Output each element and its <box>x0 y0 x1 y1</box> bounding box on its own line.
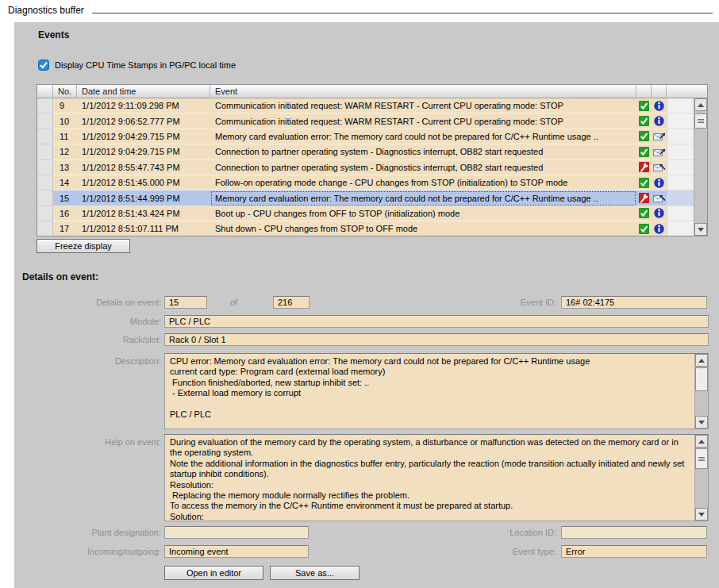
table-row[interactable]: 17 1/1/2012 8:51:07.111 PM Shut down - C… <box>37 221 694 236</box>
table-row[interactable]: 16 1/1/2012 8:51:43.424 PM Boot up - CPU… <box>37 206 694 221</box>
table-row[interactable]: 14 1/1/2012 8:51:45.000 PM Follow-on ope… <box>37 175 694 190</box>
events-table-header: No. Date and time Event <box>37 85 707 98</box>
event-text: Shut down - CPU changes from STOP to OFF… <box>210 221 636 236</box>
row-selector-cell[interactable] <box>37 144 53 159</box>
module-label: Module: <box>25 317 161 326</box>
row-selector-cell[interactable] <box>37 129 53 144</box>
row-selector-cell[interactable] <box>37 190 53 206</box>
scroll-up-button[interactable] <box>695 435 708 448</box>
event-text: Communication initiated request: WARM RE… <box>210 113 636 129</box>
diagnostics-panel: Events Display CPU Time Stamps in PG/PC … <box>14 22 719 588</box>
info-icon <box>652 206 667 221</box>
row-spacer-cell <box>667 98 694 113</box>
row-selector-cell[interactable] <box>37 113 53 129</box>
event-text: Connection to partner operating system -… <box>210 160 636 175</box>
event-datetime: 1/1/2012 8:51:07.111 PM <box>77 221 210 236</box>
freeze-display-button[interactable]: Freeze display <box>37 239 130 253</box>
row-selector-cell[interactable] <box>37 206 53 221</box>
header-selector-col <box>37 85 53 98</box>
table-row[interactable]: 12 1/1/2012 9:04:29.715 PM Connection to… <box>37 144 694 159</box>
green-check-icon <box>636 129 652 144</box>
description-box[interactable]: CPU error: Memory card evaluation error:… <box>164 353 709 429</box>
help-text: During evaluation of the memory card by … <box>165 435 694 521</box>
scroll-down-button[interactable] <box>694 223 707 236</box>
event-id-label: Event ID: <box>436 298 556 307</box>
incoming-outgoing-field[interactable]: Incoming event <box>164 545 309 558</box>
event-index-field[interactable]: 15 <box>164 296 207 309</box>
arrow-up-icon <box>698 103 704 107</box>
green-check-icon <box>636 98 652 113</box>
cpu-timestamps-checkbox[interactable]: Display CPU Time Stamps in PG/PC local t… <box>38 60 236 71</box>
event-datetime: 1/1/2012 9:11:09.298 PM <box>77 98 210 113</box>
scroll-up-button[interactable] <box>695 354 708 367</box>
scrollbar-thumb[interactable] <box>695 448 708 469</box>
location-id-field[interactable] <box>561 526 707 539</box>
description-label: Description: <box>25 356 161 366</box>
plant-designation-label: Plant designation: <box>25 528 161 537</box>
event-no: 13 <box>53 160 77 175</box>
events-table: No. Date and time Event 9 1/1/2012 9:11:… <box>37 84 708 236</box>
module-field[interactable]: PLC / PLC <box>164 315 709 328</box>
description-scrollbar[interactable] <box>694 354 708 429</box>
scrollbar-thumb[interactable] <box>695 367 708 391</box>
green-check-icon <box>636 206 652 221</box>
module-row: Module: PLC / PLC <box>14 315 719 329</box>
header-datetime[interactable]: Date and time <box>77 85 210 98</box>
header-scroll-col <box>694 85 707 98</box>
event-text: Memory card evaluation error: The memory… <box>210 129 636 144</box>
page-title-bar: Diagnostics buffer <box>8 5 713 16</box>
events-table-scrollbar[interactable] <box>694 98 707 236</box>
header-no[interactable]: No. <box>53 85 77 98</box>
row-selector-cell[interactable] <box>37 175 53 190</box>
event-datetime: 1/1/2012 8:55:47.743 PM <box>77 160 210 175</box>
header-event[interactable]: Event <box>210 85 636 98</box>
save-as-button[interactable]: Save as... <box>270 566 360 580</box>
table-row[interactable]: 10 1/1/2012 9:06:52.777 PM Communication… <box>37 113 694 129</box>
thumb-grip-icon <box>698 119 704 120</box>
event-no: 15 <box>53 190 77 206</box>
arrow-down-icon <box>698 513 705 517</box>
header-class-col <box>652 85 667 98</box>
help-on-event-label: Help on event: <box>25 437 161 447</box>
details-section-title: Details on event: <box>22 271 98 282</box>
table-row[interactable]: 13 1/1/2012 8:55:47.743 PM Connection to… <box>37 160 694 175</box>
event-datetime: 1/1/2012 9:04:29.715 PM <box>77 129 210 144</box>
table-row[interactable]: 11 1/1/2012 9:04:29.715 PM Memory card e… <box>37 129 694 144</box>
green-check-icon <box>636 113 652 129</box>
plant-designation-field[interactable] <box>164 526 309 539</box>
rack-slot-field[interactable]: Rack 0 / Slot 1 <box>164 333 709 346</box>
event-id-field[interactable]: 16# 02:4175 <box>561 296 707 309</box>
location-id-label: Location ID: <box>436 528 556 537</box>
red-wrench-icon <box>636 160 652 175</box>
scrollbar-thumb[interactable] <box>694 113 707 129</box>
of-label: of <box>230 298 237 307</box>
row-selector-cell[interactable] <box>37 98 53 113</box>
event-total-field[interactable]: 216 <box>273 296 310 309</box>
row-spacer-cell <box>667 144 694 159</box>
table-row[interactable]: 9 1/1/2012 9:11:09.298 PM Communication … <box>37 98 694 113</box>
rack-slot-label: Rack/slot: <box>25 335 161 344</box>
event-no: 10 <box>53 113 77 129</box>
scroll-down-button[interactable] <box>695 416 708 429</box>
row-selector-cell[interactable] <box>37 160 53 175</box>
table-row[interactable]: 15 1/1/2012 8:51:44.999 PM Memory card e… <box>37 190 694 206</box>
row-selector-cell[interactable] <box>37 221 53 236</box>
event-text: Communication initiated request: WARM RE… <box>210 98 636 113</box>
red-wrench-icon <box>636 190 652 206</box>
events-section-title: Events <box>38 29 69 40</box>
scroll-up-button[interactable] <box>694 98 707 111</box>
scroll-down-button[interactable] <box>695 508 708 521</box>
outgoing-icon <box>652 144 667 159</box>
events-table-body: 9 1/1/2012 9:11:09.298 PM Communication … <box>37 98 694 236</box>
plant-location-row: Plant designation: Location ID: <box>14 526 719 540</box>
page-title: Diagnostics buffer <box>8 5 84 16</box>
open-in-editor-button[interactable]: Open in editor <box>164 566 263 580</box>
event-type-field[interactable]: Error <box>561 545 707 558</box>
event-no: 11 <box>53 129 77 144</box>
event-text: Connection to partner operating system -… <box>210 144 636 159</box>
help-scrollbar[interactable] <box>694 435 708 521</box>
help-on-event-box[interactable]: During evaluation of the memory card by … <box>164 434 709 521</box>
event-text: Boot up - CPU changes from OFF to STOP (… <box>210 206 636 221</box>
row-spacer-cell <box>667 190 694 206</box>
green-check-icon <box>636 175 652 190</box>
